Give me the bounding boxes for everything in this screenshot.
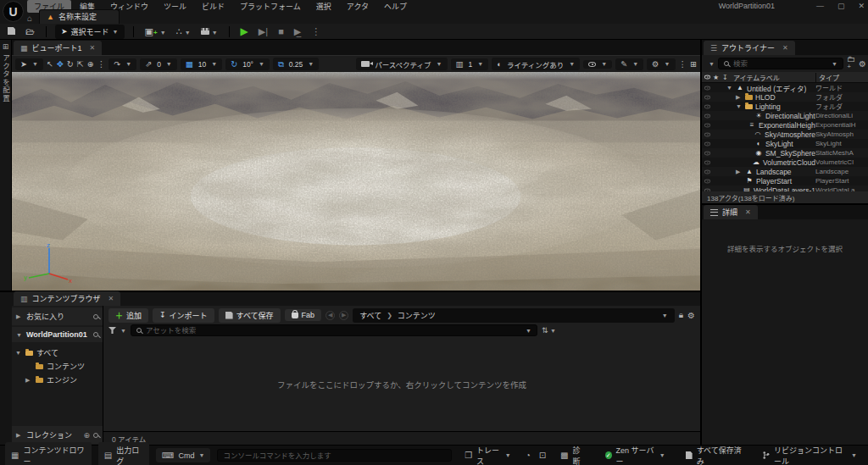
- expander-icon[interactable]: ▼: [736, 103, 743, 109]
- outliner-row[interactable]: ◠SkyAtmosphereSkyAtmosph: [702, 130, 868, 139]
- content-settings-gear-icon[interactable]: ⚙: [687, 311, 695, 320]
- browse-content-icon[interactable]: 🗁: [23, 26, 37, 36]
- favorite-column-star-icon[interactable]: ★: [713, 74, 722, 81]
- row-visibility-eye-icon[interactable]: [703, 113, 711, 118]
- row-visibility-eye-icon[interactable]: [703, 151, 711, 155]
- row-visibility-eye-icon[interactable]: [703, 188, 711, 191]
- breadcrumb[interactable]: すべて❯コンテンツ▼: [353, 308, 675, 323]
- folder-tree-item[interactable]: ▼すべて: [15, 347, 103, 358]
- menu-item[interactable]: プラットフォーム: [233, 0, 308, 13]
- row-visibility-eye-icon[interactable]: [703, 179, 711, 183]
- favorites-search-icon[interactable]: [93, 314, 98, 319]
- viewport-kebab-icon[interactable]: ⋮: [679, 59, 687, 69]
- scale-snap-dropdown[interactable]: ⧉ 0.25▼: [273, 58, 319, 70]
- menu-item[interactable]: ヘルプ: [377, 0, 414, 13]
- surface-snapping-dropdown[interactable]: ↷▼: [108, 58, 136, 70]
- row-visibility-eye-icon[interactable]: [703, 169, 711, 174]
- row-visibility-eye-icon[interactable]: [703, 123, 711, 127]
- collections-section[interactable]: ▶ コレクション ⊕: [12, 426, 103, 444]
- details-tab-close-icon[interactable]: ✕: [745, 208, 751, 216]
- folder-tree-item[interactable]: ▶エンジン: [15, 374, 103, 385]
- insights-session-icon[interactable]: ◔: [526, 451, 531, 460]
- play-button[interactable]: ▶: [238, 25, 251, 37]
- content-browser-tab[interactable]: ▥ コンテンツブラウザ ✕: [14, 291, 120, 306]
- menu-item[interactable]: 選択: [309, 0, 338, 13]
- asset-search-input[interactable]: [146, 326, 521, 335]
- project-section[interactable]: ▼ WorldPartition01: [12, 327, 103, 342]
- console-command-input[interactable]: [223, 451, 446, 460]
- row-visibility-eye-icon[interactable]: [703, 104, 711, 108]
- viewport-tab-close-icon[interactable]: ✕: [90, 44, 96, 52]
- save-all-button[interactable]: すべて保存: [219, 308, 281, 323]
- outliner-search-box[interactable]: ▼: [718, 58, 843, 69]
- sort-options-icon[interactable]: ⇅ ▼: [542, 326, 556, 335]
- zen-server-dropdown[interactable]: ✓ Zen サーバー ▼: [599, 442, 671, 465]
- back-icon[interactable]: ◀: [326, 311, 335, 320]
- maximize-viewport-icon[interactable]: ⊞: [690, 59, 697, 69]
- diagnostics-button[interactable]: ▩ 診断: [554, 442, 591, 465]
- breadcrumb-chevron-icon[interactable]: ▼: [662, 313, 668, 318]
- play-options-kebab-icon[interactable]: ⋮: [309, 26, 323, 37]
- content-drawer-button[interactable]: ▦ コンテンツドロワー: [5, 442, 92, 465]
- outliner-row[interactable]: ☁VolumetricCloudVolumetricCl: [702, 158, 868, 167]
- transform-kebab-icon[interactable]: ⋮: [97, 59, 106, 69]
- details-tab[interactable]: 詳細 ✕: [704, 205, 758, 219]
- outliner-row[interactable]: ⚑PlayerStartPlayerStart: [702, 176, 868, 185]
- type-column-header[interactable]: タイプ: [815, 73, 868, 82]
- row-visibility-eye-icon[interactable]: [703, 132, 711, 136]
- source-control-save-status[interactable]: すべて保存済み: [680, 442, 748, 465]
- item-label-column-header[interactable]: アイテムラベル: [733, 73, 815, 82]
- expander-icon[interactable]: ▶: [736, 94, 743, 101]
- rotation-snap-dropdown[interactable]: ↻ 10°▼: [225, 58, 270, 70]
- filter-funnel-icon[interactable]: [108, 327, 116, 334]
- select-mode-dropdown[interactable]: ➤ 選択モード ▼: [55, 25, 125, 39]
- rotate-tool-icon[interactable]: ↻: [67, 59, 74, 69]
- outliner-search-input[interactable]: [733, 59, 827, 68]
- grid-snap-dropdown[interactable]: ▦ 10▼: [181, 58, 222, 70]
- screenshot-icon[interactable]: ⊡: [539, 451, 546, 460]
- expander-icon[interactable]: ▶: [736, 169, 743, 175]
- favorites-section[interactable]: ▶ お気に入り: [12, 307, 103, 325]
- outliner-row[interactable]: ◉SM_SkySphereStaticMeshA: [702, 148, 868, 158]
- trace-dropdown[interactable]: ❐ トレース ▼: [459, 442, 517, 465]
- folder-tree-item[interactable]: コンテンツ: [15, 361, 103, 372]
- fab-button[interactable]: Fab: [285, 309, 322, 321]
- outliner-tab[interactable]: ☰ アウトライナー ✕: [704, 41, 795, 55]
- outliner-row[interactable]: ☀DirectionalLightDirectionalLi: [702, 111, 868, 120]
- perspective-dropdown[interactable]: パースペクティブ ▼: [356, 58, 447, 70]
- cmd-dropdown[interactable]: ⌨ Cmd ▼: [156, 448, 210, 462]
- forward-icon[interactable]: ▶: [339, 311, 348, 320]
- show-flags-dropdown[interactable]: ▼: [583, 60, 612, 69]
- viewport-mode-dropdown[interactable]: ➤▼: [15, 58, 43, 70]
- menu-item[interactable]: アクタ: [340, 0, 376, 13]
- world-coordinate-icon[interactable]: ⊕: [87, 59, 94, 69]
- outliner-filter-chevron-icon[interactable]: ▼: [709, 61, 715, 67]
- close-button[interactable]: ✕: [858, 2, 865, 10]
- menu-item[interactable]: ビルド: [195, 0, 231, 13]
- console-command-box[interactable]: [217, 449, 452, 462]
- blueprints-button[interactable]: ∴ ▼: [174, 26, 193, 37]
- cinematics-button[interactable]: ▼: [198, 26, 220, 36]
- asset-drop-area[interactable]: ファイルをここにドロップするか、右クリックしてコンテンツを作成: [103, 338, 700, 431]
- lock-icon[interactable]: 🔒︎: [679, 310, 683, 320]
- row-visibility-eye-icon[interactable]: [703, 86, 711, 90]
- pin-column-icon[interactable]: ↧: [722, 74, 733, 81]
- select-tool-icon[interactable]: ↖: [47, 59, 53, 69]
- breadcrumb-item[interactable]: コンテンツ: [398, 310, 436, 321]
- output-log-button[interactable]: ▤ 出力ログ: [98, 442, 149, 465]
- project-search-icon[interactable]: [93, 332, 98, 337]
- asset-search-box[interactable]: ▼: [131, 324, 537, 336]
- outliner-row[interactable]: ▤WorldDataLayers-1WorldDataLa: [702, 185, 868, 191]
- breadcrumb-item[interactable]: すべて: [359, 310, 381, 321]
- scale-tool-icon[interactable]: ⇱: [77, 59, 84, 69]
- new-folder-icon[interactable]: 🗀⁺: [847, 54, 855, 73]
- actor-snap-dropdown[interactable]: ⇗ 0▼: [140, 58, 177, 70]
- outliner-row[interactable]: ◐SkyLightSkyLight: [702, 139, 868, 148]
- outliner-tab-close-icon[interactable]: ✕: [782, 44, 788, 52]
- add-button[interactable]: ＋ 追加: [108, 308, 148, 323]
- outliner-row[interactable]: ▶HLODフォルダ: [702, 92, 868, 102]
- viewmode-options-dropdown[interactable]: ✎▼: [615, 58, 643, 70]
- place-actors-sidebar-tab[interactable]: ⊞ アクタを配置: [0, 40, 12, 291]
- outliner-row[interactable]: ▶▲LandscapeLandscape: [702, 167, 868, 176]
- unreal-logo-icon[interactable]: U: [3, 1, 24, 22]
